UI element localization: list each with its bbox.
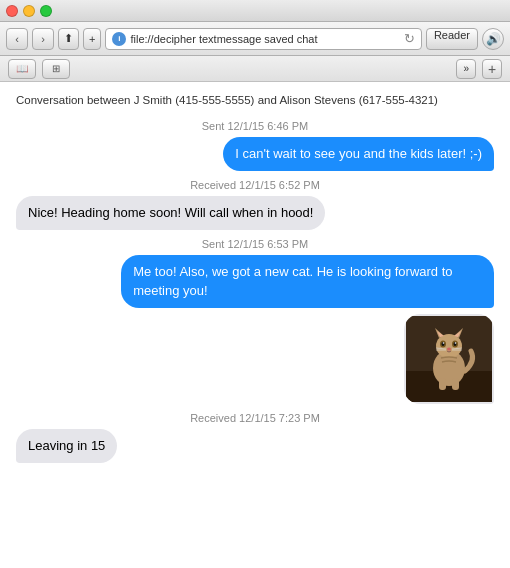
svg-rect-19 [439, 378, 446, 390]
reader-button[interactable]: Reader [426, 28, 478, 50]
title-bar [0, 0, 510, 22]
received-bubble-leaving: Leaving in 15 [16, 429, 117, 463]
address-text: file://decipher textmessage saved chat [130, 33, 317, 45]
minimize-button[interactable] [23, 5, 35, 17]
timestamp-3: Sent 12/1/15 6:53 PM [16, 238, 494, 250]
message-row: Nice! Heading home soon! Will call when … [16, 196, 494, 230]
cat-image-svg [406, 316, 492, 402]
close-button[interactable] [6, 5, 18, 17]
bookmarks-icon[interactable]: 📖 [8, 59, 36, 79]
speaker-button[interactable]: 🔊 [482, 28, 504, 50]
cat-image-bubble [404, 314, 494, 404]
message-row: Me too! Also, we got a new cat. He is lo… [16, 255, 494, 307]
message-row-leaving: Leaving in 15 [16, 429, 494, 463]
address-bar[interactable]: i file://decipher textmessage saved chat… [105, 28, 421, 50]
sent-bubble: I can't wait to see you and the kids lat… [223, 137, 494, 171]
fullscreen-button[interactable] [40, 5, 52, 17]
svg-point-14 [447, 347, 451, 350]
forward-button[interactable]: › [32, 28, 54, 50]
svg-rect-20 [452, 378, 459, 390]
timestamp-1: Sent 12/1/15 6:46 PM [16, 120, 494, 132]
main-toolbar: ‹ › ⬆ + i file://decipher textmessage sa… [0, 22, 510, 56]
share-button[interactable]: ⬆ [58, 28, 79, 50]
timestamp-2: Received 12/1/15 6:52 PM [16, 179, 494, 191]
svg-point-13 [455, 342, 457, 344]
overflow-button[interactable]: » [456, 59, 476, 79]
chat-content: Conversation between J Smith (415-555-55… [0, 82, 510, 568]
bookmarks-toolbar: 📖 ⊞ » + [0, 56, 510, 82]
secure-icon: i [112, 32, 126, 46]
timestamp-4: Received 12/1/15 7:23 PM [16, 412, 494, 424]
message-row: I can't wait to see you and the kids lat… [16, 137, 494, 171]
add-tab-button[interactable]: + [482, 59, 502, 79]
received-bubble: Nice! Heading home soon! Will call when … [16, 196, 325, 230]
back-button[interactable]: ‹ [6, 28, 28, 50]
sent-bubble-long: Me too! Also, we got a new cat. He is lo… [121, 255, 494, 307]
svg-point-12 [443, 342, 445, 344]
new-tab-button[interactable]: + [83, 28, 101, 50]
image-message-row [16, 314, 494, 404]
conversation-header: Conversation between J Smith (415-555-55… [16, 94, 494, 106]
reload-icon[interactable]: ↻ [404, 31, 415, 46]
tabs-grid-icon[interactable]: ⊞ [42, 59, 70, 79]
